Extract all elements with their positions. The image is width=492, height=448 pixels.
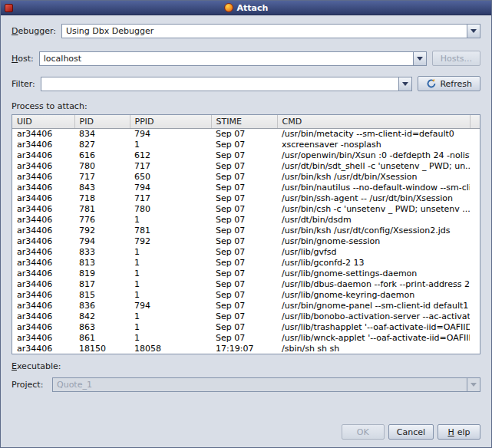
table-row[interactable]: ar34406794792Sep 07/usr/bin/gnome-sessio… bbox=[12, 236, 480, 247]
table-row[interactable]: ar344068421Sep 07/usr/lib/bonobo-activat… bbox=[12, 311, 480, 322]
table-cell: 1 bbox=[130, 268, 211, 279]
table-cell: 863 bbox=[74, 322, 130, 333]
table-cell: Sep 07 bbox=[211, 128, 277, 140]
refresh-icon bbox=[426, 78, 437, 89]
filter-combobox[interactable] bbox=[41, 77, 413, 91]
table-cell-filler bbox=[470, 193, 480, 204]
table-cell-filler bbox=[470, 301, 480, 311]
table-row[interactable]: ar34406616612Sep 07/usr/openwin/bin/Xsun… bbox=[12, 150, 480, 161]
project-row: Project: Quote_1 bbox=[12, 377, 480, 392]
table-row[interactable]: ar344068131Sep 07/usr/lib/gconfd-2 13 bbox=[12, 258, 480, 268]
column-header-cmd[interactable]: CMD bbox=[277, 115, 470, 128]
table-cell: ar34406 bbox=[12, 322, 74, 333]
filter-value bbox=[41, 77, 399, 91]
cancel-button[interactable]: Cancel bbox=[388, 424, 434, 440]
table-row[interactable]: ar34406792781Sep 07/usr/bin/ksh /usr/dt/… bbox=[12, 226, 480, 236]
debugger-row: Debugger: Using Dbx Debugger bbox=[12, 24, 480, 38]
table-cell: Sep 07 bbox=[211, 279, 277, 290]
refresh-button[interactable]: Refresh bbox=[418, 76, 480, 91]
chevron-down-icon[interactable] bbox=[413, 52, 426, 65]
table-row[interactable]: ar344068151Sep 07/usr/lib/gnome-keyring-… bbox=[12, 290, 480, 301]
table-cell: 833 bbox=[74, 247, 130, 258]
table-cell: 1 bbox=[130, 247, 211, 258]
table-row[interactable]: ar34406717650Sep 07/usr/bin/ksh /usr/dt/… bbox=[12, 172, 480, 183]
column-header-pid[interactable]: PID bbox=[74, 115, 130, 128]
titlebar[interactable]: Attach bbox=[1, 1, 491, 15]
debugger-combobox[interactable]: Using Dbx Debugger bbox=[61, 24, 480, 38]
titlebar-center: Attach bbox=[224, 1, 269, 15]
dialog-content: Debugger: Using Dbx Debugger Host: local… bbox=[1, 15, 491, 447]
table-cell-filler bbox=[470, 258, 480, 268]
table-cell: Sep 07 bbox=[211, 247, 277, 258]
table-row[interactable]: ar34406834794Sep 07/usr/bin/metacity --s… bbox=[12, 128, 480, 140]
table-row[interactable]: ar344067761Sep 07/usr/dt/bin/dsdm bbox=[12, 215, 480, 226]
table-row[interactable]: ar34406843794Sep 07/usr/bin/nautilus --n… bbox=[12, 183, 480, 193]
column-header-ppid[interactable]: PPID bbox=[130, 115, 211, 128]
table-cell: 836 bbox=[74, 301, 130, 311]
table-cell: ar34406 bbox=[12, 279, 74, 290]
table-cell: ar34406 bbox=[12, 236, 74, 247]
table-row[interactable]: ar344068631Sep 07/usr/lib/trashapplet '-… bbox=[12, 322, 480, 333]
table-cell: ar34406 bbox=[12, 258, 74, 268]
table-cell: /usr/openwin/bin/Xsun :0 -defdepth 24 -n… bbox=[277, 150, 470, 161]
table-cell: 794 bbox=[130, 128, 211, 140]
host-value: localhost bbox=[40, 52, 413, 65]
table-cell: ar34406 bbox=[12, 333, 74, 344]
hosts-button[interactable]: Hosts... bbox=[432, 51, 480, 66]
project-value: Quote_1 bbox=[53, 378, 467, 391]
table-cell: Sep 07 bbox=[211, 215, 277, 226]
table-cell: Sep 07 bbox=[211, 150, 277, 161]
table-cell-filler bbox=[470, 311, 480, 322]
dialog-footer: OK Cancel Help bbox=[12, 424, 480, 440]
table-cell: /usr/bin/ksh /usr/dt/bin/Xsession bbox=[277, 172, 470, 183]
attach-dialog: Attach Debugger: Using Dbx Debugger Host… bbox=[0, 0, 492, 448]
table-cell-filler bbox=[470, 333, 480, 344]
table-cell-filler bbox=[470, 150, 480, 161]
table-row[interactable]: ar344068191Sep 07/usr/lib/gnome-settings… bbox=[12, 268, 480, 279]
table-row[interactable]: ar344068171Sep 07/usr/lib/dbus-daemon --… bbox=[12, 279, 480, 290]
column-header-filler bbox=[470, 115, 480, 128]
table-row[interactable]: ar344068331Sep 07/usr/lib/gvfsd bbox=[12, 247, 480, 258]
chevron-down-icon[interactable] bbox=[467, 25, 480, 38]
host-combobox[interactable]: localhost bbox=[39, 51, 427, 66]
table-cell: /usr/lib/dbus-daemon --fork --print-addr… bbox=[277, 279, 470, 290]
table-cell: ar34406 bbox=[12, 247, 74, 258]
table-cell: Sep 07 bbox=[211, 322, 277, 333]
filter-row: Filter: Refresh bbox=[12, 76, 480, 91]
table-cell: /usr/lib/bonobo-activation-server --ac-a… bbox=[277, 311, 470, 322]
table-cell: /usr/bin/nautilus --no-default-window --… bbox=[277, 183, 470, 193]
table-cell-filler bbox=[470, 279, 480, 290]
table-cell: /usr/bin/gnome-panel --sm-client-id defa… bbox=[277, 301, 470, 311]
table-cell: /usr/bin/ksh /usr/dt/config/Xsession2.jd… bbox=[277, 226, 470, 236]
ok-button[interactable]: OK bbox=[342, 424, 385, 440]
column-header-uid[interactable]: UID bbox=[12, 115, 74, 128]
table-row[interactable]: ar344068611Sep 07/usr/lib/wnck-applet '-… bbox=[12, 333, 480, 344]
table-cell: 1 bbox=[130, 215, 211, 226]
table-cell: 813 bbox=[74, 258, 130, 268]
table-cell: 717 bbox=[130, 193, 211, 204]
table-cell-filler bbox=[470, 128, 480, 140]
table-row[interactable]: ar34406181501805817:19:07/sbin/sh sh sh bbox=[12, 344, 480, 354]
host-label: Host: bbox=[12, 54, 34, 64]
project-combobox[interactable]: Quote_1 bbox=[52, 377, 480, 392]
table-cell: ar34406 bbox=[12, 311, 74, 322]
table-cell: 815 bbox=[74, 290, 130, 301]
column-header-stime[interactable]: STIME bbox=[211, 115, 277, 128]
window-menu-icon[interactable] bbox=[5, 4, 13, 12]
table-cell-filler bbox=[470, 290, 480, 301]
table-cell-filler bbox=[470, 215, 480, 226]
chevron-down-icon[interactable] bbox=[398, 77, 411, 91]
table-cell: /usr/lib/gnome-settings-daemon bbox=[277, 268, 470, 279]
table-row[interactable]: ar34406780717Sep 07/usr/dt/bin/sdt_shell… bbox=[12, 161, 480, 172]
table-row[interactable]: ar34406718717Sep 07/usr/bin/ssh-agent --… bbox=[12, 193, 480, 204]
table-cell: 861 bbox=[74, 333, 130, 344]
table-cell: /usr/lib/wnck-applet '--oaf-activate-iid… bbox=[277, 333, 470, 344]
table-row[interactable]: ar34406836794Sep 07/usr/bin/gnome-panel … bbox=[12, 301, 480, 311]
table-cell: 1 bbox=[130, 279, 211, 290]
table-cell: /usr/lib/trashapplet '--oaf-activate-iid… bbox=[277, 322, 470, 333]
table-row[interactable]: ar344068271Sep 07xscreensaver -nosplash bbox=[12, 140, 480, 150]
help-button[interactable]: Help bbox=[438, 424, 480, 440]
table-row[interactable]: ar34406781780Sep 07/usr/bin/csh -c 'unse… bbox=[12, 204, 480, 215]
table-cell: Sep 07 bbox=[211, 183, 277, 193]
table-cell: 1 bbox=[130, 290, 211, 301]
